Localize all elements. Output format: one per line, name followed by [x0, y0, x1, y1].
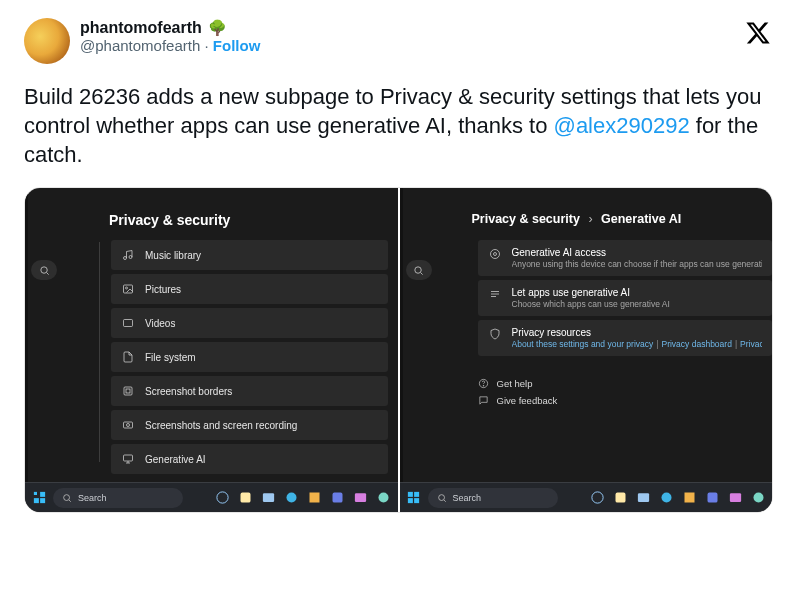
taskbar-icon[interactable]: [704, 490, 720, 506]
svg-point-16: [217, 492, 228, 503]
privacy-link[interactable]: About these settings and your privacy: [512, 339, 654, 349]
svg-rect-18: [263, 493, 274, 502]
svg-rect-3: [124, 285, 133, 293]
taskbar[interactable]: Search: [25, 482, 398, 512]
handle-line: @phantomofearth · Follow: [80, 37, 260, 55]
display-name-row[interactable]: phantomofearth 🌳: [80, 18, 260, 37]
capture-icon: [121, 419, 135, 431]
display-name: phantomofearth: [80, 19, 202, 36]
taskbar-icon[interactable]: [612, 490, 628, 506]
taskbar-search[interactable]: Search: [428, 488, 558, 508]
taskbar-icon[interactable]: [284, 490, 300, 506]
taskbar-icon[interactable]: [750, 490, 766, 506]
list-item[interactable]: Generative AI: [111, 444, 388, 474]
taskbar-search-label: Search: [78, 493, 107, 503]
privacy-link[interactable]: Privacy Statem: [740, 339, 762, 349]
svg-point-33: [438, 494, 444, 500]
list-item-label: Screenshots and screen recording: [145, 420, 297, 431]
screenshot-left[interactable]: Privacy & security Music library Picture…: [25, 188, 398, 512]
tweet-header: phantomofearth 🌳 @phantomofearth · Follo…: [24, 18, 773, 64]
breadcrumb: Privacy & security › Generative AI: [472, 212, 682, 226]
taskbar-icon[interactable]: [238, 490, 254, 506]
taskbar-pinned-icons: [589, 490, 766, 506]
settings-list: Music library Pictures Videos File syste…: [111, 240, 388, 474]
taskbar-icon[interactable]: [681, 490, 697, 506]
search-pill[interactable]: [31, 260, 57, 280]
avatar[interactable]: [24, 18, 70, 64]
card-links: About these settings and your privacy|Pr…: [512, 339, 763, 349]
svg-rect-14: [40, 498, 45, 503]
emoji-icon: 🌳: [208, 19, 227, 36]
taskbar-icon[interactable]: [353, 490, 369, 506]
taskbar[interactable]: Search: [400, 482, 773, 512]
image-icon: [121, 283, 135, 295]
privacy-link[interactable]: Privacy dashboard: [661, 339, 731, 349]
handle[interactable]: @phantomofearth: [80, 37, 200, 54]
file-icon: [121, 351, 135, 363]
list-item-label: Screenshot borders: [145, 386, 232, 397]
list-item[interactable]: Screenshots and screen recording: [111, 410, 388, 440]
list-item[interactable]: File system: [111, 342, 388, 372]
card-title: Generative AI access: [512, 247, 763, 258]
taskbar-icon[interactable]: [589, 490, 605, 506]
divider-line: [99, 242, 100, 462]
svg-point-0: [40, 266, 46, 272]
settings-card[interactable]: Privacy resources About these settings a…: [478, 320, 773, 356]
list-item[interactable]: Music library: [111, 240, 388, 270]
list-item-label: File system: [145, 352, 196, 363]
taskbar-icon[interactable]: [635, 490, 651, 506]
settings-cards: Generative AI access Anyone using this d…: [478, 240, 773, 356]
svg-rect-36: [637, 493, 648, 502]
tweet-text: Build 26236 adds a new subpage to Privac…: [24, 82, 773, 169]
svg-point-41: [753, 493, 763, 503]
feedback-label: Give feedback: [497, 395, 558, 406]
svg-rect-22: [355, 493, 366, 502]
list-item[interactable]: Videos: [111, 308, 388, 338]
svg-rect-12: [40, 492, 45, 497]
separator-dot: ·: [200, 37, 213, 54]
border-icon: [121, 385, 135, 397]
breadcrumb-root[interactable]: Privacy & security: [472, 212, 580, 226]
taskbar-icon[interactable]: [376, 490, 392, 506]
taskbar-icon[interactable]: [261, 490, 277, 506]
taskbar-icon[interactable]: [215, 490, 231, 506]
start-icon[interactable]: [406, 490, 422, 506]
svg-point-26: [493, 253, 496, 256]
svg-point-24: [415, 266, 421, 272]
list-item[interactable]: Screenshot borders: [111, 376, 388, 406]
svg-rect-8: [124, 422, 133, 428]
svg-point-37: [661, 493, 671, 503]
svg-rect-39: [707, 493, 717, 503]
follow-link[interactable]: Follow: [213, 37, 261, 54]
author-names: phantomofearth 🌳 @phantomofearth · Follo…: [80, 18, 260, 55]
svg-point-34: [591, 492, 602, 503]
x-logo-icon[interactable]: [745, 20, 771, 50]
settings-card[interactable]: Generative AI access Anyone using this d…: [478, 240, 773, 276]
svg-rect-40: [729, 493, 740, 502]
settings-card[interactable]: Let apps use generative AI Choose which …: [478, 280, 773, 316]
nav-rail: [400, 188, 403, 482]
taskbar-icon[interactable]: [330, 490, 346, 506]
taskbar-icon[interactable]: [307, 490, 323, 506]
screenshot-right[interactable]: Privacy & security › Generative AI Gener…: [400, 188, 773, 512]
start-icon[interactable]: [31, 490, 47, 506]
svg-rect-7: [126, 389, 130, 393]
search-pill[interactable]: [406, 260, 432, 280]
list-item[interactable]: Pictures: [111, 274, 388, 304]
taskbar-icon[interactable]: [727, 490, 743, 506]
taskbar-icon[interactable]: [658, 490, 674, 506]
taskbar-search-label: Search: [453, 493, 482, 503]
svg-point-23: [379, 493, 389, 503]
music-icon: [121, 249, 135, 261]
card-subtitle: Choose which apps can use generative AI: [512, 299, 670, 309]
mention-link[interactable]: @alex290292: [554, 113, 690, 138]
svg-point-15: [64, 494, 70, 500]
svg-rect-6: [124, 387, 132, 395]
monitor-icon: [121, 453, 135, 465]
help-links: Get help Give feedback: [478, 378, 558, 406]
taskbar-search[interactable]: Search: [53, 488, 183, 508]
svg-rect-10: [124, 455, 133, 461]
give-feedback-link[interactable]: Give feedback: [478, 395, 558, 406]
get-help-link[interactable]: Get help: [478, 378, 558, 389]
svg-rect-38: [684, 493, 694, 503]
